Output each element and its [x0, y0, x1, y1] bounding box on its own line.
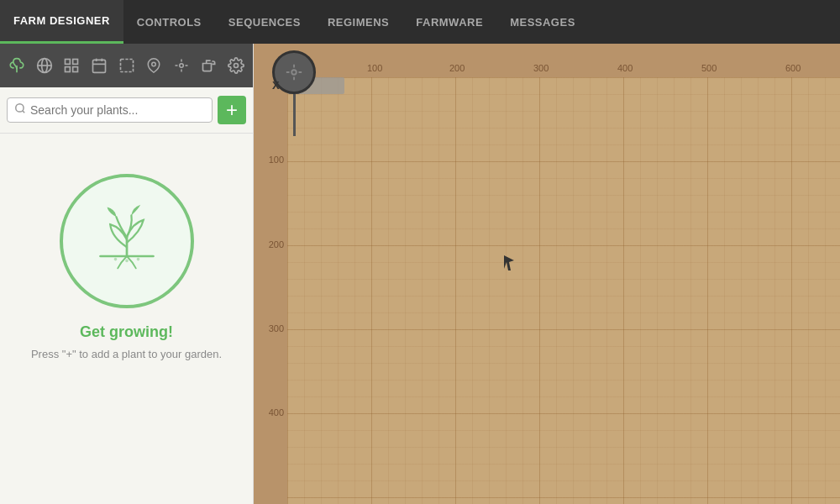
- ruler-top-labels: 100 200 300 400 500 600: [287, 44, 840, 77]
- ruler-top-300: 300: [533, 63, 549, 73]
- ruler-top-400: 400: [617, 63, 633, 73]
- svg-point-27: [291, 70, 297, 75]
- calendar-toolbar-icon[interactable]: [86, 50, 113, 81]
- search-input[interactable]: [30, 103, 205, 117]
- pin-toolbar-icon[interactable]: [140, 50, 167, 81]
- nav-messages[interactable]: MESSAGES: [496, 0, 589, 44]
- pointer-toolbar-icon[interactable]: [168, 50, 195, 81]
- svg-rect-5: [66, 67, 71, 72]
- ruler-left-100: 100: [269, 155, 284, 165]
- nav-farmware[interactable]: FARMWARE: [402, 0, 496, 44]
- search-input-wrap: [7, 97, 213, 123]
- empty-state: Get growing! Press "+" to add a plant to…: [0, 134, 253, 360]
- ruler-left-300: 300: [269, 323, 284, 333]
- svg-line-21: [23, 111, 25, 113]
- plant-circle: [60, 174, 194, 308]
- nav-farm-designer[interactable]: FARM DESIGNER: [0, 0, 123, 44]
- ruler-top-600: 600: [785, 63, 801, 73]
- nav-sequences[interactable]: SEQUENCES: [215, 0, 314, 44]
- plant-illustration: [89, 203, 165, 279]
- spray-toolbar-icon[interactable]: [196, 50, 223, 81]
- svg-point-20: [16, 104, 24, 112]
- svg-rect-4: [73, 60, 78, 65]
- ruler-left-labels: 100 200 300 400: [254, 77, 287, 504]
- get-growing-subtext: Press "+" to add a plant to your garden.: [14, 348, 239, 360]
- get-growing-heading: Get growing!: [80, 323, 173, 341]
- svg-point-26: [136, 258, 139, 261]
- search-icon: [14, 102, 26, 118]
- svg-rect-7: [92, 60, 105, 72]
- search-bar: +: [0, 87, 253, 134]
- robot-stem: [293, 94, 296, 136]
- add-plant-button[interactable]: +: [218, 96, 246, 124]
- nav-controls[interactable]: CONTROLS: [123, 0, 215, 44]
- settings-toolbar-icon[interactable]: [223, 50, 249, 81]
- map-toolbar-icon[interactable]: [31, 50, 58, 81]
- icon-toolbar: [0, 44, 253, 87]
- top-nav: FARM DESIGNER CONTROLS SEQUENCES REGIMEN…: [0, 0, 840, 44]
- cursor-indicator: [504, 255, 514, 270]
- svg-point-24: [113, 258, 117, 261]
- svg-point-13: [180, 64, 184, 68]
- svg-rect-6: [73, 67, 78, 72]
- farm-grid-panel: 100 200 300 400 500 600 100 200 300 400: [254, 44, 840, 504]
- ruler-left-400: 400: [269, 407, 284, 417]
- ruler-top-500: 500: [701, 63, 717, 73]
- grid-area[interactable]: [287, 77, 840, 504]
- grid-toolbar-icon[interactable]: [58, 50, 85, 81]
- ruler-left-200: 200: [269, 239, 284, 249]
- left-panel: +: [0, 44, 254, 504]
- x-axis-label: X: [272, 79, 280, 92]
- svg-rect-3: [66, 60, 71, 65]
- svg-point-12: [152, 62, 156, 66]
- ruler-top-100: 100: [367, 63, 382, 73]
- plants-toolbar-icon[interactable]: [3, 50, 30, 81]
- select-toolbar-icon[interactable]: [113, 50, 140, 81]
- ruler-top-200: 200: [449, 63, 465, 73]
- nav-regimens[interactable]: REGIMENS: [314, 0, 402, 44]
- svg-rect-11: [120, 60, 133, 72]
- svg-point-19: [234, 64, 239, 68]
- svg-point-25: [125, 260, 129, 263]
